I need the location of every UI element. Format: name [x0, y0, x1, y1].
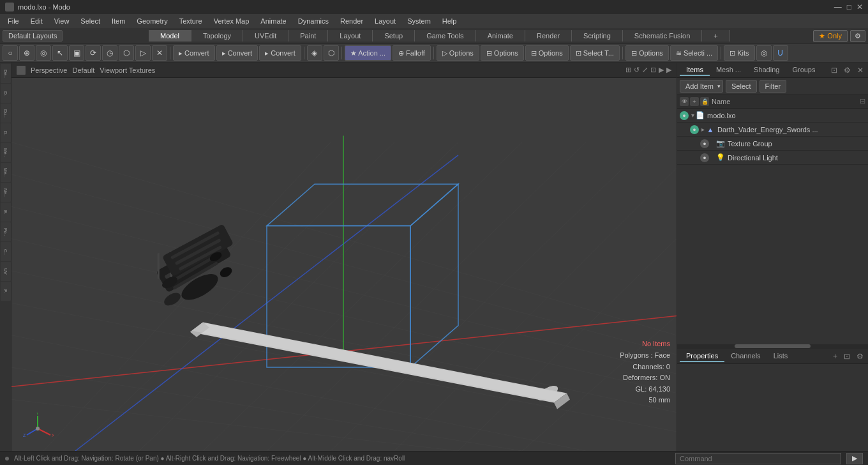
- tool-icon-circle[interactable]: ○: [3, 45, 18, 61]
- item-row-darth-vader[interactable]: ● ▸ ▲ Darth_Vader_Energy_Swords ...: [677, 123, 868, 137]
- left-tool-po[interactable]: Po..: [1, 222, 11, 241]
- item-vis-modo-lxo[interactable]: ●: [680, 111, 689, 120]
- select-t-button[interactable]: ⊡ Select T...: [570, 45, 620, 61]
- command-input[interactable]: [675, 453, 841, 464]
- menu-system[interactable]: System: [402, 16, 436, 26]
- tab-channels[interactable]: Channels: [724, 351, 767, 362]
- menu-texture[interactable]: Texture: [174, 16, 207, 26]
- tool-icon-hex[interactable]: ⬡: [119, 45, 134, 61]
- tab-lists[interactable]: Lists: [767, 351, 795, 362]
- layout-settings-button[interactable]: ⚙: [850, 30, 865, 42]
- options-button-3[interactable]: ⊟ Options: [525, 45, 569, 61]
- menu-render[interactable]: Render: [335, 16, 368, 26]
- properties-plus-icon[interactable]: +: [831, 352, 839, 361]
- tool-icon-aim[interactable]: ◎: [36, 45, 51, 61]
- tab-scripting[interactable]: Scripting: [572, 30, 623, 42]
- command-run-button[interactable]: ▶: [846, 453, 863, 464]
- vp-settings-icon[interactable]: ▶: [666, 66, 671, 74]
- tab-shading[interactable]: Shading: [747, 65, 786, 76]
- left-tool-c[interactable]: C..: [1, 242, 11, 261]
- left-tool-uv[interactable]: UV: [1, 262, 11, 281]
- options-button-2[interactable]: ⊟ Options: [481, 45, 524, 61]
- left-tool-d[interactable]: D.: [1, 84, 11, 103]
- tool-icon-select[interactable]: ↖: [52, 45, 68, 61]
- tab-paint[interactable]: Paint: [288, 30, 328, 42]
- tab-items[interactable]: Items: [680, 65, 710, 76]
- menu-geometry[interactable]: Geometry: [131, 16, 172, 26]
- items-panel-expand-icon[interactable]: ⊡: [829, 66, 839, 75]
- scene-canvas[interactable]: No Items Polygons : Face Channels: 0 Def…: [11, 78, 677, 451]
- left-tool-du[interactable]: Du..: [1, 103, 11, 123]
- tool-icon-rect[interactable]: ▣: [69, 45, 84, 61]
- tab-uvedit[interactable]: UVEdit: [243, 30, 288, 42]
- menu-layout[interactable]: Layout: [370, 16, 401, 26]
- tab-properties[interactable]: Properties: [680, 351, 724, 362]
- close-button[interactable]: ✕: [857, 3, 863, 11]
- tab-groups[interactable]: Groups: [786, 65, 821, 76]
- tab-topology[interactable]: Topology: [191, 30, 243, 42]
- left-tool-d2[interactable]: D.: [1, 123, 11, 142]
- tab-setup[interactable]: Setup: [373, 30, 415, 42]
- tab-animate[interactable]: Animate: [476, 30, 525, 42]
- tool-mesh2-icon[interactable]: ⬡: [324, 45, 339, 61]
- tab-model[interactable]: Model: [149, 30, 191, 42]
- item-expand-modo-lxo[interactable]: ▾: [691, 112, 694, 119]
- items-eye-icon[interactable]: 👁: [680, 97, 689, 106]
- vp-zoom-icon[interactable]: ⤢: [642, 66, 648, 74]
- convert-button-2[interactable]: ▸ Convert: [216, 45, 258, 61]
- left-tool-e[interactable]: E.: [1, 202, 11, 222]
- left-tool-f[interactable]: F.: [1, 282, 11, 301]
- vp-play-icon[interactable]: ▶: [659, 66, 664, 74]
- item-vis-texture-group[interactable]: ●: [700, 139, 709, 148]
- selecti-button[interactable]: ≋ Selecti ...: [670, 45, 718, 61]
- options-button-4[interactable]: ⊟ Options: [625, 45, 669, 61]
- tool-icon-x[interactable]: ✕: [152, 45, 167, 61]
- item-expand-darth-vader[interactable]: ▸: [701, 126, 705, 133]
- items-panel-settings-icon[interactable]: ⚙: [842, 66, 853, 75]
- menu-file[interactable]: File: [3, 16, 24, 26]
- tool-u-icon[interactable]: U: [773, 45, 788, 61]
- vp-rotate-icon[interactable]: ↺: [634, 66, 640, 74]
- items-lock-icon[interactable]: 🔒: [700, 97, 709, 106]
- window-controls[interactable]: — □ ✕: [834, 3, 863, 11]
- items-plus-icon[interactable]: +: [690, 97, 699, 106]
- tab-mesh[interactable]: Mesh ...: [710, 65, 747, 76]
- tab-layout[interactable]: Layout: [328, 30, 373, 42]
- menu-select[interactable]: Select: [75, 16, 105, 26]
- menu-animate[interactable]: Animate: [255, 16, 291, 26]
- tool-circle-icon[interactable]: ◎: [756, 45, 772, 61]
- minimize-button[interactable]: —: [834, 3, 842, 11]
- left-tool-me[interactable]: Me..: [1, 143, 11, 162]
- menu-vertex-map[interactable]: Vertex Map: [209, 16, 255, 26]
- menu-view[interactable]: View: [49, 16, 75, 26]
- select-button[interactable]: Select: [726, 80, 757, 93]
- tool-icon-arrow[interactable]: ▷: [135, 45, 151, 61]
- tool-icon-globe[interactable]: ⊕: [19, 45, 34, 61]
- kits-button[interactable]: ⊡ Kits: [724, 45, 754, 61]
- item-row-texture-group[interactable]: ● ▸ 📷 Texture Group: [677, 137, 868, 151]
- left-tool-de[interactable]: De..: [1, 64, 11, 83]
- item-row-modo-lxo[interactable]: ● ▾ 📄 modo.lxo: [677, 109, 868, 123]
- tool-icon-rotate[interactable]: ⟳: [86, 45, 101, 61]
- tab-schematic-fusion[interactable]: Schematic Fusion: [623, 30, 702, 42]
- item-vis-directional-light[interactable]: ●: [700, 153, 709, 162]
- items-collapse-icon[interactable]: ⊟: [860, 97, 865, 105]
- viewport-toggle[interactable]: [17, 66, 26, 75]
- add-item-button[interactable]: Add Item: [680, 80, 723, 93]
- items-panel-close-icon[interactable]: ✕: [855, 66, 865, 75]
- options-button-1[interactable]: ▷ Options: [437, 45, 479, 61]
- tab-render[interactable]: Render: [525, 30, 572, 42]
- action-button[interactable]: ★ Action ...: [345, 45, 391, 61]
- viewport[interactable]: Perspective Default Viewport Textures ⊞ …: [11, 63, 677, 451]
- tab-game-tools[interactable]: Game Tools: [415, 30, 476, 42]
- vp-grid-icon[interactable]: ⊞: [625, 66, 631, 74]
- left-tool-ne[interactable]: Ne..: [1, 183, 11, 202]
- tool-icon-clock[interactable]: ◷: [102, 45, 117, 61]
- menu-help[interactable]: Help: [437, 16, 462, 26]
- menu-edit[interactable]: Edit: [26, 16, 48, 26]
- tool-mesh-icon[interactable]: ◈: [307, 45, 322, 61]
- item-row-directional-light[interactable]: ● ▸ 💡 Directional Light: [677, 151, 868, 165]
- properties-expand-icon[interactable]: ⊡: [842, 352, 852, 361]
- properties-settings-icon[interactable]: ⚙: [855, 352, 865, 361]
- filter-button[interactable]: Filter: [760, 80, 786, 93]
